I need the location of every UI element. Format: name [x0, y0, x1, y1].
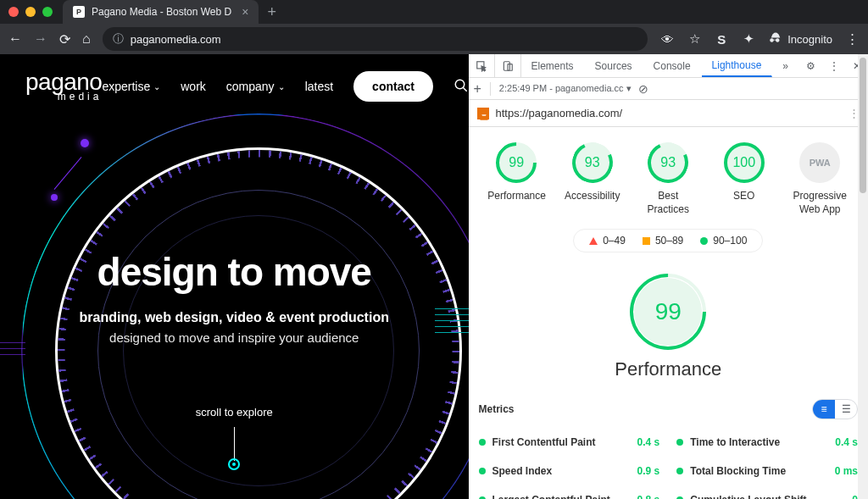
scrollbar-thumb[interactable] [860, 58, 866, 193]
close-tab-icon[interactable]: × [242, 5, 248, 19]
gauge-label: Best Practices [639, 190, 697, 216]
metric-name: Total Blocking Time [690, 465, 786, 477]
legend-fail: 0–49 [589, 235, 626, 247]
minimize-window-button[interactable] [25, 7, 36, 17]
url-text: paganomedia.com [131, 33, 221, 46]
gauge-icon: 93 [572, 142, 613, 183]
metrics-view-toggle[interactable]: ≡ ☰ [812, 399, 858, 419]
gauge-label: Progressive Web App [791, 190, 849, 216]
status-dot-icon [479, 468, 486, 474]
nav-latest[interactable]: latest [305, 80, 333, 93]
forward-button[interactable]: → [34, 31, 47, 47]
report-selector[interactable]: 2:25:49 PM - paganomedia.cc ▾ [499, 83, 632, 94]
reload-button[interactable]: ⟳ [59, 31, 70, 47]
browser-toolbar: ← → ⟳ ⌂ ⓘ paganomedia.com 👁 ☆ S ✦ Incogn… [0, 24, 868, 54]
new-tab-button[interactable]: + [267, 3, 276, 21]
status-dot-icon [676, 468, 683, 474]
window-titlebar: P Pagano Media - Boston Web D × + [0, 0, 868, 24]
metric-fcp: First Contentful Paint0.4 s [479, 430, 660, 455]
search-icon[interactable] [453, 78, 469, 96]
legend-text: 50–89 [655, 235, 683, 247]
back-button[interactable]: ← [8, 31, 22, 47]
menu-icon[interactable]: ⋮ [844, 31, 860, 47]
gauge-value: 93 [585, 155, 600, 170]
metric-name: Cumulative Layout Shift [690, 494, 806, 499]
nav-menu: expertise⌄ work company⌄ latest contact [102, 71, 468, 102]
home-button[interactable]: ⌂ [82, 31, 91, 47]
hero-subtitle-1: branding, web design, video & event prod… [51, 310, 418, 325]
score-row: 99 Performance 93 Accessibility 93 Best … [479, 142, 859, 216]
gauge-icon: PWA [799, 142, 840, 183]
toggle-expanded-icon: ≡ [813, 400, 835, 419]
gauge-icon: 99 [496, 142, 537, 183]
extension-s-icon[interactable]: S [714, 32, 729, 47]
hero-word: video [226, 310, 262, 324]
website-viewport: pagano media expertise⌄ work company⌄ la… [0, 54, 469, 499]
score-pwa[interactable]: PWA Progressive Web App [791, 142, 849, 216]
new-report-button[interactable]: + [474, 81, 481, 97]
tab-console[interactable]: Console [643, 54, 702, 77]
extensions-icon[interactable]: ✦ [741, 31, 756, 47]
metric-tbt: Total Blocking Time0 ms [676, 458, 858, 484]
big-gauge: 99 [630, 274, 706, 350]
report-label: 2:25:49 PM - paganomedia.cc [499, 83, 624, 93]
maximize-window-button[interactable] [42, 7, 53, 17]
tab-lighthouse[interactable]: Lighthouse [702, 54, 773, 77]
hero-subtitle-2: designed to move and inspire your audien… [51, 330, 418, 345]
scroll-indicator[interactable]: scroll to explore [0, 406, 469, 470]
svg-point-0 [455, 80, 465, 89]
tab-elements[interactable]: Elements [521, 54, 585, 77]
metric-name: Time to Interactive [690, 436, 780, 448]
gauge-icon: 100 [724, 142, 765, 183]
device-toggle-icon[interactable] [495, 54, 521, 77]
close-window-button[interactable] [8, 7, 19, 17]
browser-tab[interactable]: P Pagano Media - Boston Web D × [63, 0, 259, 24]
scroll-label: scroll to explore [196, 406, 273, 419]
metric-value: 0.9 s [637, 465, 660, 477]
gauge-icon: 93 [648, 142, 688, 183]
metric-value: 0 ms [835, 465, 858, 477]
nav-company[interactable]: company⌄ [226, 80, 285, 93]
tab-sources[interactable]: Sources [585, 54, 643, 77]
site-logo[interactable]: pagano media [25, 71, 102, 102]
gauge-value: 99 [655, 298, 682, 325]
eye-off-icon[interactable]: 👁 [659, 32, 675, 47]
score-performance[interactable]: 99 Performance [487, 142, 545, 216]
score-accessibility[interactable]: 93 Accessibility [564, 142, 621, 216]
lighthouse-url-row: https://paganomedia.com/ ⋮ [469, 100, 869, 127]
metric-cls: Cumulative Layout Shift0 [676, 487, 858, 499]
nav-label: work [181, 80, 206, 93]
site-info-icon[interactable]: ⓘ [113, 31, 124, 47]
tab-more[interactable]: » [772, 54, 799, 77]
legend-text: 0–49 [603, 235, 626, 247]
decor-lines-left [0, 342, 25, 360]
inspect-element-icon[interactable] [469, 54, 495, 77]
hero-amp: & [262, 310, 279, 324]
toggle-compact-icon: ☰ [835, 400, 857, 419]
scrollbar[interactable] [858, 54, 868, 499]
svg-rect-3 [504, 61, 509, 70]
clear-icon[interactable]: ⊘ [638, 82, 648, 96]
gauge-icon: 99 [630, 274, 706, 350]
devtools-more-icon[interactable]: ⋮ [822, 54, 846, 77]
gauge-value: 93 [660, 155, 676, 170]
address-bar[interactable]: ⓘ paganomedia.com [103, 27, 648, 51]
contact-button[interactable]: contact [353, 71, 433, 102]
score-best-practices[interactable]: 93 Best Practices [639, 142, 697, 216]
triangle-icon [589, 237, 598, 245]
square-icon [643, 237, 650, 245]
devtools-settings-icon[interactable]: ⚙ [799, 54, 822, 77]
bookmark-icon[interactable]: ☆ [687, 31, 702, 47]
score-seo[interactable]: 100 SEO [715, 142, 773, 216]
hero-word: branding [80, 310, 137, 324]
metric-si: Speed Index0.9 s [479, 458, 660, 484]
nav-expertise[interactable]: expertise⌄ [102, 80, 160, 93]
nav-work[interactable]: work [181, 80, 206, 93]
toolbar-right: 👁 ☆ S ✦ Incognito ⋮ [659, 31, 860, 47]
gauge-value: 99 [509, 155, 524, 170]
status-dot-icon [479, 439, 486, 446]
gauge-value: 100 [732, 155, 755, 170]
nav-label: latest [305, 80, 333, 93]
metrics-title: Metrics [479, 403, 515, 415]
metric-value: 0 [852, 494, 858, 499]
